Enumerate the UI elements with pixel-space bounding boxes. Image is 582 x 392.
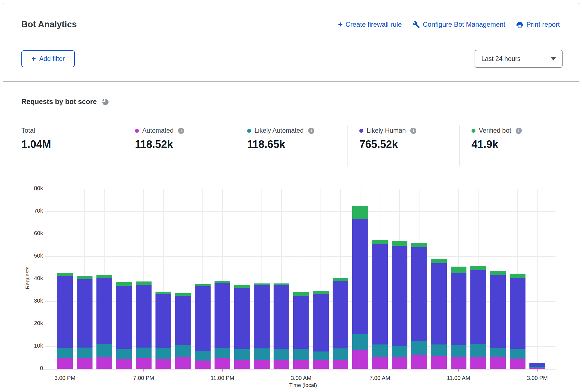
bar-segment-verified-bot[interactable] [116, 282, 132, 286]
bar-segment-verified-bot[interactable] [352, 206, 368, 219]
bar-segment-verified-bot[interactable] [155, 292, 171, 294]
bar-segment-automated[interactable] [451, 357, 466, 369]
bar-segment-automated[interactable] [254, 360, 270, 369]
bar-segment-verified-bot[interactable] [451, 267, 466, 273]
bar-segment-verified-bot[interactable] [529, 363, 545, 363]
bar-segment-verified-bot[interactable] [372, 240, 388, 244]
bar-segment-likely-automated[interactable] [215, 348, 230, 358]
bar-segment-likely-automated[interactable] [411, 341, 427, 355]
bar-segment-automated[interactable] [116, 359, 132, 369]
bar-segment-verified-bot[interactable] [234, 285, 250, 288]
bar-segment-likely-human[interactable] [96, 278, 112, 344]
bar-segment-automated[interactable] [57, 358, 73, 369]
bar-segment-likely-human[interactable] [490, 275, 506, 348]
bar-segment-automated[interactable] [155, 359, 171, 369]
bar-segment-likely-human[interactable] [175, 296, 191, 345]
bar-segment-likely-human[interactable] [411, 247, 427, 341]
bar-segment-likely-human[interactable] [136, 285, 152, 347]
bar-segment-likely-human[interactable] [470, 270, 486, 344]
bar-segment-automated[interactable] [234, 360, 250, 369]
bar-segment-likely-automated[interactable] [431, 344, 447, 356]
bar-segment-automated[interactable] [77, 358, 93, 369]
bar-segment-verified-bot[interactable] [254, 283, 270, 285]
bar-segment-likely-automated[interactable] [529, 367, 545, 368]
bar-segment-likely-human[interactable] [510, 278, 525, 349]
bar-segment-automated[interactable] [352, 350, 368, 369]
bar-segment-automated[interactable] [470, 357, 486, 369]
bar-segment-likely-automated[interactable] [136, 348, 152, 358]
bar-segment-verified-bot[interactable] [175, 293, 191, 296]
bar-segment-verified-bot[interactable] [136, 281, 152, 285]
bar-segment-automated[interactable] [431, 356, 447, 369]
bar-segment-likely-automated[interactable] [313, 352, 329, 360]
bar-segment-likely-automated[interactable] [451, 345, 466, 357]
bar-segment-likely-human[interactable] [293, 296, 309, 348]
bar-segment-likely-automated[interactable] [234, 349, 250, 360]
bar-segment-likely-automated[interactable] [293, 349, 309, 360]
bar-segment-likely-human[interactable] [431, 263, 447, 344]
bar-segment-likely-human[interactable] [451, 273, 466, 345]
bar-segment-likely-automated[interactable] [77, 348, 93, 358]
bar-segment-likely-automated[interactable] [352, 334, 368, 350]
bar-segment-likely-automated[interactable] [274, 349, 289, 360]
bar-segment-automated[interactable] [510, 359, 525, 369]
bar-segment-likely-human[interactable] [195, 286, 211, 351]
bar-segment-automated[interactable] [96, 357, 112, 369]
bar-segment-likely-automated[interactable] [490, 348, 506, 357]
bar-segment-likely-automated[interactable] [155, 348, 171, 359]
bar-segment-verified-bot[interactable] [490, 271, 506, 275]
bar-segment-verified-bot[interactable] [411, 243, 427, 247]
bar-segment-automated[interactable] [490, 357, 506, 369]
bar-segment-automated[interactable] [274, 360, 289, 369]
bar-segment-likely-automated[interactable] [333, 348, 348, 360]
bar-segment-verified-bot[interactable] [470, 266, 486, 270]
bar-segment-likely-automated[interactable] [392, 346, 407, 357]
bar-segment-likely-human[interactable] [77, 279, 93, 348]
bar-segment-likely-human[interactable] [155, 294, 171, 348]
bar-segment-likely-automated[interactable] [57, 348, 73, 358]
bar-segment-likely-human[interactable] [313, 294, 329, 352]
bar-segment-likely-human[interactable] [215, 283, 230, 348]
bar-segment-automated[interactable] [195, 361, 211, 369]
bar-segment-likely-human[interactable] [234, 288, 250, 349]
bar-segment-likely-automated[interactable] [195, 351, 211, 361]
bar-segment-verified-bot[interactable] [77, 276, 93, 279]
bar-segment-automated[interactable] [372, 357, 388, 369]
bar-segment-likely-human[interactable] [274, 285, 289, 349]
bar-segment-verified-bot[interactable] [392, 241, 407, 246]
bar-segment-likely-human[interactable] [254, 285, 270, 348]
bar-segment-likely-automated[interactable] [470, 344, 486, 357]
bar-segment-automated[interactable] [313, 360, 329, 369]
bar-segment-likely-human[interactable] [529, 363, 545, 367]
bar-segment-automated[interactable] [215, 358, 230, 369]
bar-segment-automated[interactable] [136, 358, 152, 369]
bar-segment-likely-automated[interactable] [175, 345, 191, 357]
bar-segment-likely-human[interactable] [392, 246, 407, 345]
bar-segment-likely-human[interactable] [116, 286, 132, 349]
bar-segment-verified-bot[interactable] [293, 292, 309, 296]
bar-segment-automated[interactable] [333, 360, 348, 369]
bar-segment-verified-bot[interactable] [215, 281, 230, 283]
bar-segment-automated[interactable] [529, 368, 545, 369]
bar-segment-automated[interactable] [392, 357, 407, 369]
bar-segment-likely-automated[interactable] [254, 348, 270, 360]
bar-segment-verified-bot[interactable] [510, 274, 525, 278]
bar-segment-verified-bot[interactable] [274, 283, 289, 285]
bar-segment-verified-bot[interactable] [57, 273, 73, 276]
bar-segment-likely-human[interactable] [372, 244, 388, 344]
bar-segment-verified-bot[interactable] [96, 275, 112, 278]
bar-segment-likely-automated[interactable] [116, 349, 132, 359]
bar-segment-verified-bot[interactable] [195, 284, 211, 286]
bar-segment-likely-automated[interactable] [96, 344, 112, 357]
bar-segment-likely-human[interactable] [333, 281, 348, 348]
bar-segment-verified-bot[interactable] [313, 291, 329, 294]
bar-segment-automated[interactable] [175, 357, 191, 369]
bar-segment-automated[interactable] [293, 360, 309, 369]
bar-segment-likely-human[interactable] [352, 219, 368, 334]
bar-segment-automated[interactable] [411, 355, 427, 369]
bar-segment-verified-bot[interactable] [333, 278, 348, 281]
bar-segment-likely-automated[interactable] [372, 344, 388, 357]
bar-segment-likely-human[interactable] [57, 276, 73, 348]
bar-segment-verified-bot[interactable] [431, 259, 447, 263]
bar-segment-likely-automated[interactable] [510, 349, 525, 359]
